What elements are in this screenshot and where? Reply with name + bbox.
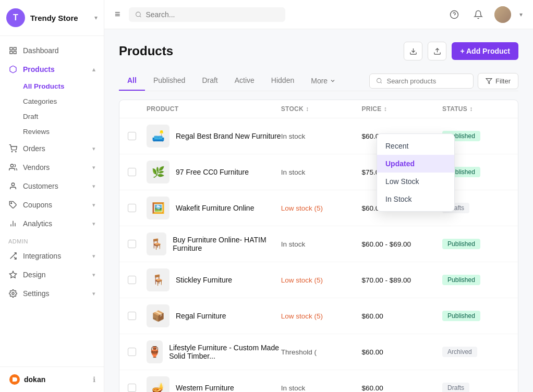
settings-chevron-icon: ▾	[92, 290, 95, 297]
hamburger-icon[interactable]: ≡	[115, 9, 120, 20]
dropdown-updated[interactable]: Updated	[377, 155, 454, 173]
question-icon	[450, 10, 459, 19]
row-checkbox-3[interactable]	[128, 204, 136, 212]
table-row: 🌿 97 Free CC0 Furniture In stock $75.00 …	[119, 154, 518, 190]
sidebar-label-orders: Orders	[23, 144, 45, 153]
product-name-3: Wakefit Furniture Online	[176, 204, 254, 212]
row-checkbox-5[interactable]	[128, 276, 136, 284]
brand-header[interactable]: T Trendy Store ▾	[0, 0, 104, 36]
sidebar-item-analytics[interactable]: Analytics ▾	[0, 214, 104, 233]
help-button[interactable]	[446, 7, 462, 22]
shopping-cart-icon	[8, 144, 18, 153]
search-icon	[135, 11, 142, 18]
stock-4: In stock	[281, 240, 362, 248]
brand-chevron-icon: ▾	[94, 14, 98, 21]
tab-hidden[interactable]: Hidden	[263, 71, 302, 91]
svg-point-4	[11, 151, 12, 152]
analytics-chevron-icon: ▾	[92, 220, 95, 227]
sidebar-item-orders[interactable]: Orders ▾	[0, 139, 104, 158]
table-row: 🪑 Buy Furniture Online- HATIM Furniture …	[119, 226, 518, 262]
price-8: $60.00	[361, 384, 442, 392]
svg-point-14	[12, 292, 14, 295]
tab-draft[interactable]: Draft	[193, 71, 226, 91]
product-cell-4: 🪑 Buy Furniture Online- HATIM Furniture	[147, 232, 281, 255]
sidebar-item-customers[interactable]: Customers ▾	[0, 177, 104, 195]
tab-published[interactable]: Published	[145, 71, 194, 91]
table-row: 🪔 Western Furniture In stock $60.00 Draf…	[119, 370, 518, 392]
main-content: ≡ ▾ Products	[104, 0, 533, 392]
table-row: 🏺 Lifestyle Furniture - Custom Made Soli…	[119, 334, 518, 370]
topbar-right: ▾	[446, 6, 523, 23]
col-status[interactable]: STATUS ↕	[442, 105, 510, 113]
product-cell-8: 🪔 Western Furniture	[147, 376, 281, 392]
stock-8: In stock	[281, 384, 362, 392]
row-checkbox-1[interactable]	[128, 132, 136, 140]
product-cell-3: 🖼️ Wakefit Furniture Online	[147, 197, 281, 219]
row-checkbox-6[interactable]	[128, 312, 136, 320]
sidebar-item-vendors[interactable]: Vendors ▾	[0, 158, 104, 177]
col-price[interactable]: PRICE ↕	[361, 105, 442, 113]
more-dropdown: Recent Updated Low Stock In Stock	[377, 133, 455, 212]
notifications-button[interactable]	[470, 7, 486, 22]
add-product-button[interactable]: + Add Product	[452, 42, 518, 60]
price-4: $60.00 - $69.00	[361, 240, 442, 248]
sidebar-item-integrations[interactable]: Integrations ▾	[0, 247, 104, 265]
product-cell-2: 🌿 97 Free CC0 Furniture	[147, 161, 281, 183]
vendors-chevron-icon: ▾	[92, 164, 95, 171]
sidebar-item-all-products[interactable]: All Products	[23, 79, 104, 94]
col-stock[interactable]: STOCK ↕	[281, 105, 362, 113]
row-checkbox-2[interactable]	[128, 168, 136, 176]
sidebar-label-products: Products	[23, 65, 55, 74]
topbar-search[interactable]	[129, 7, 285, 22]
sidebar-label-coupons: Coupons	[23, 201, 52, 209]
sidebar-item-products[interactable]: Products ▴	[0, 60, 104, 79]
product-name-7: Lifestyle Furniture - Custom Made Solid …	[169, 344, 281, 360]
sidebar-item-reviews[interactable]: Reviews	[23, 124, 104, 139]
tab-more[interactable]: More	[302, 71, 344, 90]
svg-point-7	[11, 183, 14, 186]
tab-all[interactable]: All	[119, 71, 145, 91]
more-label: More	[311, 77, 328, 85]
row-checkbox-8[interactable]	[128, 384, 136, 392]
user-menu-chevron[interactable]: ▾	[519, 11, 523, 18]
svg-line-23	[381, 82, 382, 83]
integrations-icon	[8, 251, 18, 261]
grid-icon	[8, 46, 18, 55]
product-search-input[interactable]	[386, 77, 467, 85]
sidebar-label-design: Design	[23, 271, 46, 279]
status-badge-5: Published	[442, 275, 480, 285]
page-title: Products	[119, 44, 173, 58]
filter-button[interactable]: Filter	[478, 73, 518, 89]
sidebar-label-integrations: Integrations	[23, 252, 61, 260]
sidebar-item-draft[interactable]: Draft	[23, 109, 104, 124]
sidebar-footer: dokan ℹ	[0, 366, 104, 392]
sidebar-item-dashboard[interactable]: Dashboard	[0, 41, 104, 60]
dropdown-low-stock[interactable]: Low Stock	[377, 173, 454, 190]
coupons-chevron-icon: ▾	[92, 202, 95, 209]
sidebar-item-settings[interactable]: Settings ▾	[0, 284, 104, 303]
product-search[interactable]	[369, 74, 474, 89]
customers-chevron-icon: ▾	[92, 183, 95, 190]
row-checkbox-7[interactable]	[128, 348, 136, 356]
table-row: 🖼️ Wakefit Furniture Online Low stock (5…	[119, 190, 518, 226]
sidebar-item-coupons[interactable]: Coupons ▾	[0, 195, 104, 214]
tab-active[interactable]: Active	[226, 71, 263, 91]
dropdown-in-stock[interactable]: In Stock	[377, 190, 454, 208]
info-icon[interactable]: ℹ	[93, 375, 95, 384]
row-checkbox-4[interactable]	[128, 240, 136, 248]
sidebar-item-categories[interactable]: Categories	[23, 94, 104, 109]
more-chevron-icon	[330, 78, 336, 84]
gear-icon	[8, 289, 18, 298]
dokan-logo: dokan	[8, 373, 45, 386]
dropdown-recent[interactable]: Recent	[377, 137, 454, 155]
stock-2: In stock	[281, 168, 362, 176]
sidebar-item-design[interactable]: Design ▾	[0, 265, 104, 284]
search-input[interactable]	[146, 10, 278, 19]
price-6: $60.00	[361, 312, 442, 320]
download-button[interactable]	[404, 42, 422, 60]
upload-button[interactable]	[428, 42, 446, 60]
product-thumb-2: 🌿	[147, 161, 169, 183]
table-row: 📦 Regal Furniture Low stock (5) $60.00 P…	[119, 298, 518, 334]
user-avatar[interactable]	[494, 6, 511, 23]
upload-icon	[433, 47, 441, 55]
